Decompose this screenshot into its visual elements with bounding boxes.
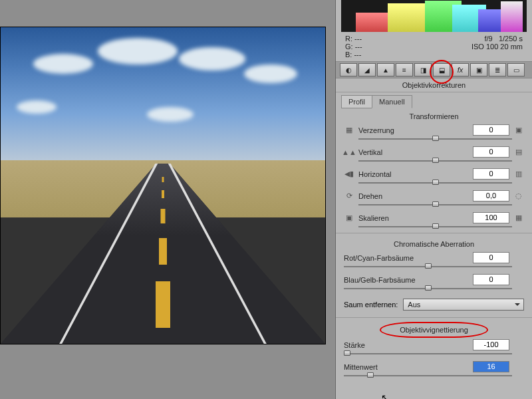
vertical-slider[interactable] [358,159,512,163]
tab-snapshot-icon[interactable]: ▭ [507,63,525,76]
amount-label: Stärke [344,341,469,349]
exif-aperture: f/9 [485,35,493,43]
blueyellow-label: Blau/Gelb-Farbsäume [344,276,469,284]
vertical-label: Vertikal [358,148,469,156]
redcyan-slider[interactable] [344,265,512,269]
blueyellow-value[interactable]: 0 [473,274,509,285]
tab-curve-icon[interactable]: ◢ [358,63,376,76]
histogram [341,0,527,32]
amount-value[interactable]: -100 [473,339,509,350]
tab-detail-icon[interactable]: ▲ [377,63,394,76]
redcyan-label: Rot/Cyan-Farbsäume [344,254,469,262]
distortion-slider[interactable] [358,137,512,141]
chroma-heading: Chromatische Aberration [336,236,532,251]
rotate-value[interactable]: 0,0 [473,190,509,201]
tab-basic-icon[interactable]: ◐ [340,63,357,76]
exif-r: R: --- [345,35,362,43]
vertical-value[interactable]: 0 [473,146,509,158]
exif-iso-focal: ISO 100 20 mm [471,43,523,51]
scale-value[interactable]: 100 [473,212,509,223]
rotate-r-icon: ◌ [513,192,524,201]
blueyellow-slider[interactable] [344,287,512,291]
scale-r-icon: ▦ [513,213,524,223]
exif-readout: R: --- G: --- B: --- f/9 1/250 s ISO 100… [336,32,532,61]
tab-split-icon[interactable]: ◨ [414,63,432,76]
rotate-icon: ⟳ [344,192,354,201]
canvas-area [0,27,326,346]
subtabs: Profil Manuell [336,92,532,108]
horizontal-icon: ◀▮ [344,170,354,179]
defringe-label: Saum entfernen: [344,301,398,309]
scale-label: Skalieren [358,214,469,222]
defringe-dropdown[interactable]: Aus [403,299,524,311]
right-panel: R: --- G: --- B: --- f/9 1/250 s ISO 100… [335,0,532,399]
tab-camera-icon[interactable]: ▣ [470,63,487,76]
exif-shutter: 1/250 s [499,35,523,43]
horizontal-label: Horizontal [358,170,469,178]
distortion-r-icon: ▣ [513,126,524,135]
panel-title: Objektivkorrekturen [336,78,532,92]
exif-g: G: --- [345,43,362,51]
distortion-icon: ▦ [344,126,354,135]
distortion-value[interactable]: 0 [473,124,509,136]
tab-fx-icon[interactable]: fx [452,63,469,76]
horizontal-r-icon: ▥ [513,170,524,179]
sky [1,27,325,160]
vignette-heading: Objektivvignettierung [336,321,532,338]
rotate-slider[interactable] [358,203,512,207]
midpoint-value[interactable]: 16 [473,361,509,372]
tab-hsl-icon[interactable]: ≡ [396,63,413,76]
scale-icon: ▣ [344,213,354,223]
transform-heading: Transformieren [336,108,532,123]
midpoint-label: Mittenwert [344,363,469,371]
exif-b: B: --- [345,51,362,59]
horizontal-value[interactable]: 0 [473,168,509,180]
tab-presets-icon[interactable]: ≣ [489,63,506,76]
scale-slider[interactable] [358,225,512,229]
rotate-label: Drehen [358,192,469,200]
horizontal-slider[interactable] [358,181,512,185]
vertical-icon: ▲▲ [344,148,354,157]
midpoint-slider[interactable] [344,374,512,378]
distortion-label: Verzerrung [358,126,469,134]
preview-image [0,27,326,344]
tab-lens-icon[interactable]: ⬓ [433,63,450,76]
redcyan-value[interactable]: 0 [473,252,509,263]
subtab-profile[interactable]: Profil [341,95,372,108]
vertical-r-icon: ▤ [513,148,524,157]
panel-tabstrip: ◐ ◢ ▲ ≡ ◨ ⬓ fx ▣ ≣ ▭ [336,61,532,78]
amount-slider[interactable] [344,352,512,356]
subtab-manual[interactable]: Manuell [372,95,412,108]
